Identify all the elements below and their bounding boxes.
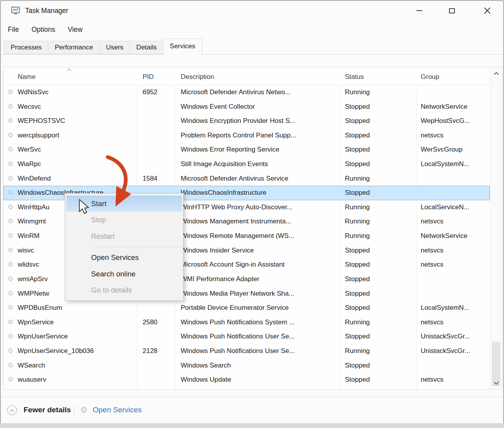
cell-group: WepHostSvcG... [416,114,490,128]
cell-desc: Microsoft Account Sign-in Assistant [175,258,340,272]
service-gear-icon: ⚙ [7,100,13,114]
cell-desc: Still Image Acquisition Events [175,157,340,172]
cell-name: ⚙WEPHOSTSVC [4,114,137,128]
cell-name: ⚙Wecsvc [4,100,137,114]
task-manager-window: Task Manager FileOptionsView ProcessesPe… [0,0,504,423]
cell-group: netsvcs [416,258,490,272]
cell-name: ⚙WPDBusEnum [4,301,137,315]
cell-group: netsvcs [416,214,490,229]
tab-processes[interactable]: Processes [4,41,48,54]
menubar-item-options[interactable]: Options [31,24,56,35]
column-header-description[interactable]: Description [181,67,338,85]
table-row[interactable]: ⚙WEPHOSTSVCWindows Encryption Provider H… [4,114,490,128]
cell-desc: Windows Update [175,373,340,387]
service-gear-icon: ⚙ [7,243,13,258]
table-row[interactable]: ⚙WdNisSvc6952Microsoft Defender Antiviru… [4,85,490,100]
cell-name: ⚙WdNisSvc [4,85,137,100]
cell-status: Running [340,214,416,229]
tab-details[interactable]: Details [130,41,163,54]
table-row[interactable]: ⚙wercplsupportProblem Reports Control Pa… [4,128,490,143]
service-gear-icon: ⚙ [7,229,13,243]
menu-bar: FileOptionsView [7,21,83,38]
cell-group [416,272,490,287]
fewer-details-chevron-icon[interactable] [7,405,17,415]
table-row[interactable]: ⚙WSearchWindows SearchStopped [4,358,490,373]
menubar-item-view[interactable]: View [67,24,84,35]
cell-status: Stopped [340,373,416,387]
cell-status: Stopped [340,114,416,128]
cell-desc: Windows Encryption Provider Host S... [175,114,340,128]
screenshot-root: Task Manager FileOptionsView ProcessesPe… [0,0,504,428]
minimize-button[interactable] [410,3,428,18]
table-row[interactable]: ⚙WerSvcWindows Error Reporting ServiceSt… [4,143,490,157]
title-bar: Task Manager [1,1,503,20]
cell-status: Running [340,229,416,243]
column-header-status[interactable]: Status [345,67,416,85]
cell-status: Running [340,172,416,186]
table-row[interactable]: ⚙WPDBusEnumPortable Device Enumerator Se… [4,301,490,315]
cell-status: Running [340,85,416,100]
cell-pid: 1584 [137,172,175,186]
cell-pid [137,143,175,157]
context-menu-item-restart: Restart [65,228,183,244]
chevron-down-icon [494,380,499,385]
table-row[interactable]: ⚙WpnUserService_10b0362128Windows Push N… [4,344,490,358]
cell-pid [137,329,175,344]
cell-pid: 2128 [137,344,175,358]
cell-desc: Windows Management Instrumenta... [175,214,340,229]
column-header-pid[interactable]: PID [143,67,174,85]
cell-status: Running [340,200,416,215]
maximize-button[interactable] [443,3,461,18]
service-gear-icon: ⚙ [7,272,13,287]
table-row[interactable]: ⚙WpnUserServiceWindows Push Notification… [4,329,490,344]
service-gear-icon: ⚙ [7,200,13,215]
cell-status: Stopped [340,157,416,172]
tab-services[interactable]: Services [163,38,202,55]
cell-status: Stopped [340,301,416,315]
context-menu-item-search-online[interactable]: Search online [65,266,183,282]
context-menu-item-start[interactable]: Start [66,196,182,212]
cell-name: ⚙WpnUserService [4,329,137,344]
cell-desc: Microsoft Defender Antivirus Netwo... [175,85,340,100]
cell-desc: Windows Push Notifications User Se... [175,329,340,344]
cell-desc: WindowsChaosInfrastructure [175,186,340,200]
fewer-details-button[interactable]: Fewer details [24,397,71,424]
cell-status: Stopped [340,287,416,301]
cell-name: ⚙WerSvc [4,143,137,157]
column-header-group[interactable]: Group [421,67,488,85]
chevron-up-icon [494,72,499,77]
table-row[interactable]: ⚙WiaRpcStill Image Acquisition EventsSto… [4,157,490,172]
table-row[interactable]: ⚙WecsvcWindows Event CollectorStoppedNet… [4,100,490,114]
cell-group: netsvcs [416,373,490,387]
cell-status: Stopped [340,243,416,258]
scroll-down-button[interactable] [490,377,502,388]
cell-group: LocalServiceN... [416,200,490,215]
cell-group: netsvcs [416,128,490,143]
cell-desc: Windows Search [175,358,340,373]
cell-name: ⚙wuauserv [4,373,137,387]
tab-performance[interactable]: Performance [48,41,99,54]
vertical-scrollbar[interactable] [490,67,502,389]
window-title: Task Manager [25,1,68,20]
table-row[interactable]: ⚙WpnService2580Windows Push Notification… [4,315,490,330]
service-gear-icon: ⚙ [7,329,13,344]
context-menu-item-open-services[interactable]: Open Services [65,249,183,265]
cell-pid: 2580 [137,315,175,330]
open-services-link[interactable]: Open Services [93,397,142,424]
menubar-item-file[interactable]: File [7,24,20,35]
cell-desc: Windows Media Player Network Sha... [175,287,340,301]
cell-desc: Windows Push Notifications System ... [175,315,340,330]
tab-users[interactable]: Users [99,41,130,54]
column-header-name[interactable]: Name [18,67,136,85]
context-menu-item-stop: Stop [65,212,183,228]
task-manager-icon [10,5,21,18]
table-row[interactable]: ⚙wuauservWindows UpdateStoppednetsvcs [4,373,490,387]
minimize-icon [416,10,422,11]
cell-pid [137,301,175,315]
cell-group [416,287,490,301]
scroll-up-button[interactable] [490,68,502,79]
cell-desc: Windows Event Collector [175,100,340,114]
table-row[interactable]: ⚙WinDefend1584Microsoft Defender Antivir… [4,172,490,186]
close-button[interactable] [478,3,496,18]
cell-group: netsvcs [416,243,490,258]
